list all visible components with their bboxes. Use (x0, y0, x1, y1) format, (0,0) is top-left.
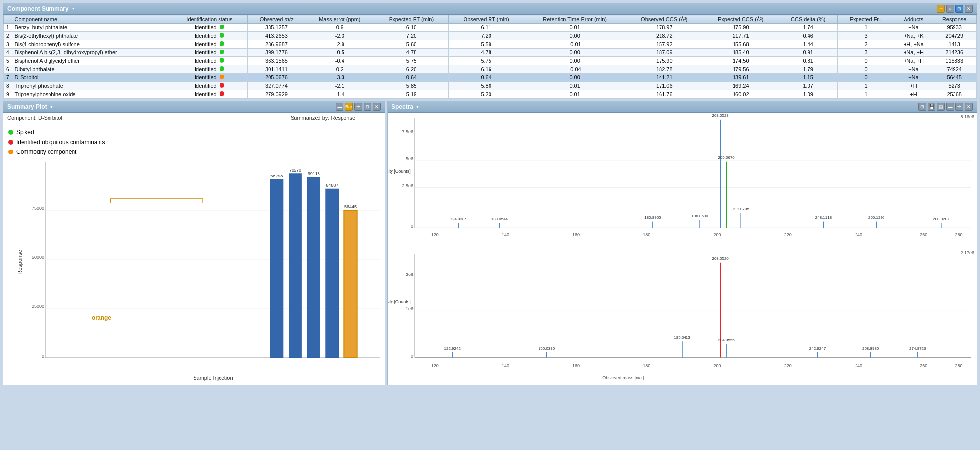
col-component-name[interactable]: Component name (12, 15, 172, 24)
table-row[interactable]: 8 Triphenyl phosphate Identified 327.077… (4, 82, 977, 90)
sp-grid-btn[interactable]: ⊞ (918, 103, 926, 111)
title-dropdown-icon[interactable]: ▾ (72, 6, 74, 11)
col-adducts[interactable]: Adducts (895, 15, 932, 24)
table-row[interactable]: 2 Bis(2-ethylhexyl) phthalate Identified… (4, 32, 977, 40)
svg-text:2e6: 2e6 (406, 272, 413, 277)
obs-rt: 4.78 (448, 49, 524, 57)
legend-green-dot (8, 130, 13, 135)
svg-text:2.5e6: 2.5e6 (402, 183, 413, 188)
svg-text:242.9247: 242.9247 (809, 346, 826, 350)
svg-text:160: 160 (572, 363, 580, 368)
col-obs-ccs[interactable]: Observed CCS (Å²) (626, 15, 703, 24)
legend-spiked-label: Spiked (16, 127, 34, 137)
exp-rt: 6.10 (374, 24, 448, 32)
component-table-container: Component name Identification status Obs… (3, 15, 977, 99)
col-response[interactable]: Response (932, 15, 977, 24)
id-status: Identified (172, 57, 248, 65)
table-row[interactable]: 9 Triphenylphosphine oxide Identified 27… (4, 90, 977, 99)
col-obs-rt[interactable]: Observed RT (min) (448, 15, 524, 24)
spectra-dropdown[interactable]: ▾ (416, 104, 419, 109)
sp-close-btn[interactable]: ✕ (373, 103, 381, 111)
svg-text:Observed mass [m/z]: Observed mass [m/z] (602, 375, 644, 380)
svg-text:69113: 69113 (308, 171, 320, 176)
status-dot (220, 33, 224, 38)
mass-err: 0.9 (305, 24, 374, 32)
exp-rt: 6.20 (374, 65, 448, 74)
row-num: 8 (4, 82, 12, 90)
id-status: Identified (172, 32, 248, 40)
exp-fr: 1 (837, 24, 895, 32)
grid-button[interactable]: ⊞ (956, 5, 963, 13)
exp-ccs: 175.90 (703, 24, 779, 32)
adducts: +H (895, 82, 932, 90)
svg-text:211.0705: 211.0705 (733, 207, 750, 211)
svg-text:280: 280 (955, 232, 962, 237)
svg-text:185.0413: 185.0413 (674, 335, 690, 340)
svg-text:204.0555: 204.0555 (718, 338, 735, 342)
col-id-status[interactable]: Identification status (172, 15, 248, 24)
rt-err: 0.01 (524, 90, 626, 99)
component-name: Triphenyl phosphate (12, 82, 172, 90)
svg-rect-9 (270, 179, 283, 358)
hash-button[interactable]: # (946, 5, 954, 13)
obs-ccs: 171.06 (626, 82, 703, 90)
svg-text:7.5e6: 7.5e6 (402, 129, 413, 134)
table-row[interactable]: 6 Dibutyl phthalate Identified 301.1411 … (4, 65, 977, 74)
ccs-delta: 0.91 (779, 49, 837, 57)
chart-type-bar[interactable]: Bar (345, 103, 353, 111)
sp-close-btn2[interactable]: ✕ (965, 103, 973, 111)
col-exp-rt[interactable]: Expected RT (min) (374, 15, 448, 24)
component-name: Bisphenol A diglycidyl ether (12, 57, 172, 65)
component-name: Triphenylphosphine oxide (12, 90, 172, 99)
col-rt-err[interactable]: Retention Time Error (min) (524, 15, 626, 24)
table-row[interactable]: 3 Bis(4-chlorophenyl) sulfone Identified… (4, 40, 977, 49)
move-icon[interactable]: ✛ (354, 103, 362, 111)
component-summary-title: Component Summary ▾ (7, 5, 74, 12)
table-row[interactable]: 7 D-Sorbitol Identified 205.0676 -3.3 0.… (4, 74, 977, 82)
svg-rect-17 (344, 210, 357, 358)
spectra-controls: ⊞ 💾 ▤ ▬ ✛ ✕ (918, 103, 973, 111)
summary-plot-area: Component: D-Sorbitol Summarized by: Res… (3, 113, 385, 385)
svg-text:180.8955: 180.8955 (644, 215, 661, 220)
col-exp-fr[interactable]: Expected Fr... (837, 15, 895, 24)
col-exp-ccs[interactable]: Expected CCS (Å²) (703, 15, 779, 24)
mass-err: -0.5 (305, 49, 374, 57)
table-row[interactable]: 1 Benzyl butyl phthalate Identified 335.… (4, 24, 977, 32)
table-row[interactable]: 4 Bisphenol A bis(2,3- dihydroxypropyl) … (4, 49, 977, 57)
legend-commodity: Commodity component (8, 147, 105, 157)
mass-err: -2.3 (305, 32, 374, 40)
svg-text:5e6: 5e6 (406, 156, 413, 161)
exp-ccs: 179.56 (703, 65, 779, 74)
adducts: +Na (895, 65, 932, 74)
svg-text:122.9242: 122.9242 (444, 346, 461, 350)
col-mass-err[interactable]: Mass error (ppm) (305, 15, 374, 24)
svg-text:124.0387: 124.0387 (450, 217, 467, 221)
svg-text:120: 120 (431, 232, 439, 237)
rt-err: -0.01 (524, 40, 626, 49)
exp-fr: 3 (837, 32, 895, 40)
table-row[interactable]: 5 Bisphenol A diglycidyl ether Identifie… (4, 57, 977, 65)
adducts: +Na, +K (895, 32, 932, 40)
close-button[interactable]: ✕ (965, 5, 973, 13)
obs-rt: 0.64 (448, 74, 524, 82)
svg-rect-11 (289, 174, 301, 358)
obs-mz: 413.2653 (247, 32, 305, 40)
exp-rt: 5.75 (374, 57, 448, 65)
status-dot (220, 83, 224, 88)
bar-icon[interactable]: ▬ (336, 103, 343, 111)
summary-plot-dropdown[interactable]: ▾ (50, 104, 53, 109)
obs-mz: 286.9687 (247, 40, 305, 49)
title-text: Component Summary (7, 5, 69, 12)
sp-move-btn[interactable]: ✛ (956, 103, 963, 111)
sp-bar-btn[interactable]: ▬ (946, 103, 954, 111)
exp-fr: 1 (837, 90, 895, 99)
sp-save-btn[interactable]: 💾 (928, 103, 935, 111)
exp-fr: 1 (837, 82, 895, 90)
col-mz[interactable]: Observed m/z (247, 15, 305, 24)
svg-text:203.0523: 203.0523 (712, 113, 729, 118)
lock-button[interactable]: 🔒 (937, 5, 945, 13)
component-summary-panel: Component Summary ▾ 🔒 # ⊞ ✕ Component na… (3, 3, 977, 99)
zoom-icon[interactable]: ⊡ (364, 103, 371, 111)
col-ccs-delta[interactable]: CCS delta (%) (779, 15, 837, 24)
sp-table-btn[interactable]: ▤ (937, 103, 945, 111)
